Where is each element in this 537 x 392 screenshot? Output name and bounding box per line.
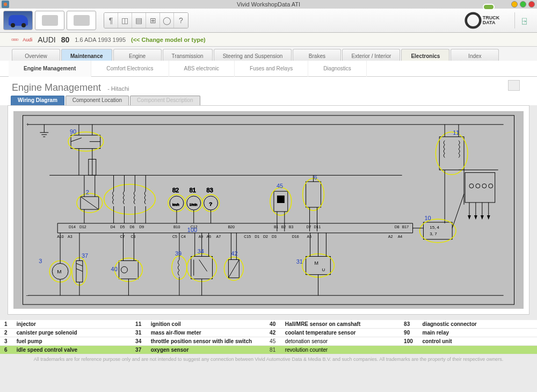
globe-button[interactable]: ◯ xyxy=(160,13,174,28)
main-tab-engine[interactable]: Engine xyxy=(113,49,162,61)
car-icon xyxy=(9,15,28,26)
window-controls xyxy=(511,1,535,8)
svg-text:45: 45 xyxy=(277,183,283,189)
legend-text: revolution counter xyxy=(281,346,400,354)
svg-text:D3: D3 xyxy=(272,235,277,238)
svg-text:C15: C15 xyxy=(244,235,251,238)
legend-num: 42 xyxy=(265,329,281,337)
svg-rect-23 xyxy=(465,172,495,202)
maximize-button[interactable] xyxy=(520,1,526,8)
diagram-container: + 90 11 xyxy=(8,105,529,315)
main-tab-brakes[interactable]: Brakes xyxy=(293,49,341,61)
svg-text:D8: D8 xyxy=(395,225,400,229)
doc-tab-component-location[interactable]: Component Location xyxy=(66,96,129,105)
main-tab-overview[interactable]: Overview xyxy=(12,49,60,61)
svg-rect-140 xyxy=(119,260,139,279)
main-tab-transmission[interactable]: Transmission xyxy=(163,49,213,61)
svg-text:M: M xyxy=(315,260,318,266)
main-tab-steering-and-suspension[interactable]: Steering and Suspension xyxy=(214,49,292,61)
doc-tab-wiring-diagram[interactable]: Wiring Diagram xyxy=(11,96,64,105)
legend-text: main relay xyxy=(418,329,537,337)
legend-num: 31 xyxy=(131,329,147,337)
svg-line-9 xyxy=(71,138,82,142)
legend-num: 100 xyxy=(400,337,418,346)
window-title: Vivid WorkshopData ATI xyxy=(237,1,300,8)
svg-text:C7: C7 xyxy=(120,235,125,238)
svg-text:11: 11 xyxy=(453,129,459,136)
section-subtitle: - Hitachi xyxy=(107,85,129,92)
legend-num: 2 xyxy=(0,329,12,337)
sub-tab-abs-electronic[interactable]: ABS electronic xyxy=(169,61,235,77)
legend-text: mass air-flow meter xyxy=(147,329,265,337)
svg-text:31: 31 xyxy=(296,258,303,265)
minimize-button[interactable] xyxy=(511,1,518,8)
main-tab-maintenance[interactable]: Maintenance xyxy=(61,49,112,61)
svg-text:D4: D4 xyxy=(111,225,115,229)
svg-text:?: ? xyxy=(209,201,213,207)
svg-text:15,  4: 15, 4 xyxy=(430,225,439,230)
main-tab-electronics[interactable]: Electronics xyxy=(401,49,449,61)
svg-text:37: 37 xyxy=(82,253,88,259)
legend-text: fuel pump xyxy=(12,337,131,346)
legend-num: 45 xyxy=(265,337,281,346)
sub-tab-engine-management[interactable]: Engine Management xyxy=(9,61,91,77)
vivid-badge-icon xyxy=(483,4,495,10)
print-button[interactable] xyxy=(508,80,520,91)
svg-text:3: 3 xyxy=(39,258,42,264)
main-tab-exterior-interior[interactable]: Exterior / Interior xyxy=(342,49,400,61)
truck-data-logo: TRUCK DATA xyxy=(457,11,508,30)
disclaimer: All trademarks are for reference purpose… xyxy=(0,354,537,362)
change-model-link[interactable]: (<< Change model or type) xyxy=(131,37,206,43)
main-tab-index[interactable]: Index xyxy=(451,49,499,61)
svg-text:B10: B10 xyxy=(173,225,180,229)
nav-button-1[interactable] xyxy=(35,11,64,30)
legend-num: 3 xyxy=(0,337,12,346)
legend: 1injector11ignition coil40Hall/MRE senso… xyxy=(0,320,537,354)
close-button[interactable] xyxy=(528,1,535,8)
legend-text: diagnostic connector xyxy=(418,320,537,329)
svg-text:100: 100 xyxy=(187,227,197,233)
brand-label: Audi xyxy=(23,37,32,42)
svg-text:82: 82 xyxy=(172,187,179,193)
sub-tab-diagnostics[interactable]: Diagnostics xyxy=(308,61,367,77)
svg-text:42: 42 xyxy=(231,250,237,257)
calculator-button[interactable]: ⊞ xyxy=(146,13,160,28)
svg-text:10: 10 xyxy=(424,215,431,221)
sub-tab-comfort-electronics[interactable]: Comfort Electronics xyxy=(91,61,169,77)
tool-button-3[interactable]: ▤ xyxy=(132,13,146,28)
svg-text:D12: D12 xyxy=(79,225,86,229)
svg-point-38 xyxy=(104,184,155,214)
svg-text:D2: D2 xyxy=(263,235,268,238)
tool-button-2[interactable]: ◫ xyxy=(118,13,132,28)
legend-num: 37 xyxy=(131,346,147,354)
svg-text:C5: C5 xyxy=(172,235,177,238)
svg-text:A4: A4 xyxy=(398,235,403,238)
svg-text:D7: D7 xyxy=(307,225,311,229)
nav-button-2[interactable] xyxy=(67,11,96,30)
svg-text:A5: A5 xyxy=(307,235,312,238)
svg-rect-75 xyxy=(306,182,321,207)
vehicle-button[interactable] xyxy=(3,11,33,30)
svg-line-123 xyxy=(452,194,464,228)
svg-line-134 xyxy=(76,263,83,266)
svg-marker-32 xyxy=(481,215,484,220)
audi-rings-icon: ○○○○ xyxy=(11,37,17,42)
svg-point-136 xyxy=(72,258,87,286)
help-button[interactable]: ? xyxy=(174,13,188,28)
svg-line-48 xyxy=(81,197,99,209)
java-icon xyxy=(2,1,9,8)
sub-tab-fuses-and-relays[interactable]: Fuses and Relays xyxy=(235,61,308,77)
svg-text:A2: A2 xyxy=(388,235,393,238)
legend-num: 34 xyxy=(131,337,147,346)
svg-text:D5: D5 xyxy=(120,225,125,229)
svg-line-153 xyxy=(199,259,207,271)
wiring-diagram[interactable]: + 90 11 xyxy=(13,111,524,309)
toolbar: ¶ ◫ ▤ ⊞ ◯ ? TRUCK DATA ⍈ xyxy=(0,9,537,33)
svg-text:M: M xyxy=(57,268,61,274)
svg-marker-33 xyxy=(487,215,490,220)
svg-text:90: 90 xyxy=(70,128,76,135)
svg-text:D14: D14 xyxy=(69,225,76,229)
tool-button-1[interactable]: ¶ xyxy=(104,13,118,28)
svg-marker-30 xyxy=(468,215,471,220)
exit-button[interactable]: ⍈ xyxy=(514,12,534,28)
